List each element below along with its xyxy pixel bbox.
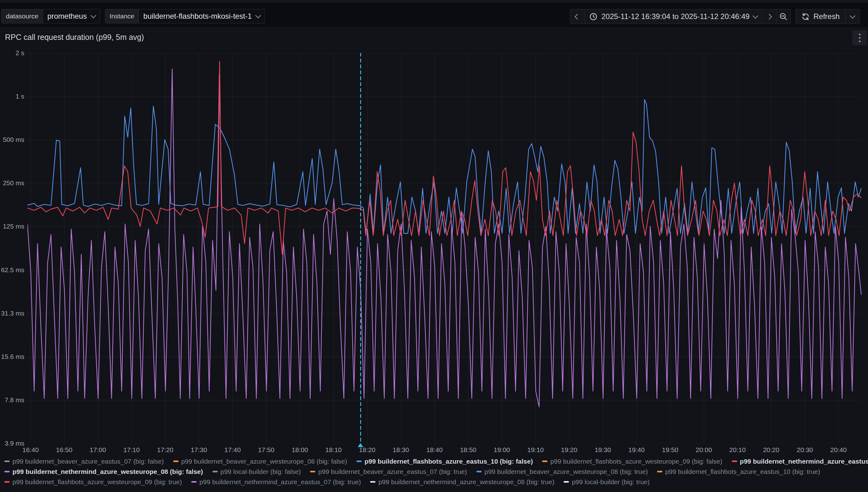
variable-pickers: datasource prometheus Instance builderne… xyxy=(1,9,265,23)
grafana-dashboard: datasource prometheus Instance builderne… xyxy=(0,0,868,492)
chevron-down-icon xyxy=(753,13,758,18)
panel-title: RPC call request duration (p99, 5m avg) xyxy=(5,33,144,42)
x-tick-label: 19:50 xyxy=(656,446,684,454)
kebab-dot xyxy=(859,34,861,35)
legend-item[interactable]: p99 buildernet_flashbots_azure_westeurop… xyxy=(4,478,182,486)
legend-item[interactable]: p99 buildernet_beaver_azure_eastus_07 (b… xyxy=(4,458,164,465)
clock-icon xyxy=(589,13,598,21)
legend-swatch xyxy=(370,481,375,483)
legend-label: p99 buildernet_nethermind_azure_westeuro… xyxy=(378,478,554,486)
chevron-right-icon xyxy=(766,14,772,19)
panel-menu-button[interactable] xyxy=(852,30,867,45)
legend-label: p99 buildernet_beaver_azure_eastus_07 (b… xyxy=(318,468,467,475)
x-tick-label: 18:10 xyxy=(320,446,348,454)
refresh-button[interactable]: Refresh xyxy=(796,9,845,24)
legend-item[interactable]: p99 buildernet_nethermind_azure_westeuro… xyxy=(4,468,203,475)
x-tick-label: 18:40 xyxy=(421,446,449,454)
x-tick-label: 17:30 xyxy=(185,446,213,454)
legend-label: p99 buildernet_flashbots_azure_eastus_10… xyxy=(665,468,820,475)
legend-label: p99 buildernet_flashbots_azure_westeurop… xyxy=(12,478,182,486)
legend-swatch xyxy=(4,481,10,483)
x-tick-label: 18:00 xyxy=(286,446,314,454)
x-tick-label: 17:50 xyxy=(252,446,280,454)
timeseries-plot[interactable] xyxy=(27,53,862,443)
time-range-text: 2025-11-12 16:39:04 to 2025-11-12 20:46:… xyxy=(601,12,749,21)
y-tick-label: 62.5 ms xyxy=(0,266,24,274)
time-range-button[interactable]: 2025-11-12 16:39:04 to 2025-11-12 20:46:… xyxy=(584,9,762,24)
legend-item[interactable]: p99 buildernet_nethermind_azure_westeuro… xyxy=(370,478,554,486)
x-tick-label: 19:40 xyxy=(623,446,651,454)
x-tick-label: 17:20 xyxy=(151,446,179,454)
legend-label: p99 local-builder (big: true) xyxy=(572,478,650,486)
legend-item[interactable]: p99 buildernet_flashbots_azure_westeurop… xyxy=(542,458,722,465)
x-tick-label: 20:30 xyxy=(791,446,819,454)
x-tick-label: 18:30 xyxy=(387,446,415,454)
time-shift-back-button[interactable] xyxy=(570,9,584,24)
x-tick-label: 19:00 xyxy=(488,446,516,454)
instance-label: Instance xyxy=(105,9,139,23)
instance-picker[interactable]: Instance buildernet-flashbots-mkosi-test… xyxy=(105,9,265,23)
refresh-label: Refresh xyxy=(814,12,840,21)
legend-item[interactable]: p99 buildernet_nethermind_azure_eastus_0… xyxy=(732,458,868,465)
datasource-picker[interactable]: datasource prometheus xyxy=(1,9,100,23)
y-tick-label: 125 ms xyxy=(0,223,24,230)
refresh-interval-dropdown[interactable] xyxy=(845,9,860,24)
legend-swatch xyxy=(310,471,315,472)
chevron-left-icon xyxy=(575,14,580,19)
x-tick-label: 16:40 xyxy=(17,446,45,454)
window-top-strip xyxy=(0,0,868,3)
chevron-down-icon xyxy=(90,13,96,18)
refresh-icon xyxy=(801,13,810,21)
legend-label: p99 buildernet_nethermind_azure_eastus_0… xyxy=(740,458,868,465)
y-tick-label: 500 ms xyxy=(0,136,24,143)
legend-label: p99 local-builder (big: false) xyxy=(220,468,301,475)
kebab-dot xyxy=(859,41,861,42)
datasource-value[interactable]: prometheus xyxy=(43,9,100,23)
zoom-out-icon xyxy=(779,12,788,21)
timeseries-panel: RPC call request duration (p99, 5m avg) … xyxy=(0,27,868,492)
legend-swatch xyxy=(4,471,10,472)
legend-swatch xyxy=(563,481,569,483)
legend-swatch xyxy=(476,471,482,472)
y-tick-label: 7.8 ms xyxy=(0,396,24,404)
chevron-down-icon xyxy=(850,13,855,18)
x-tick-label: 20:40 xyxy=(824,446,852,454)
instance-value[interactable]: buildernet-flashbots-mkosi-test-1 xyxy=(139,9,264,23)
legend-swatch xyxy=(4,461,10,462)
legend-item[interactable]: p99 buildernet_flashbots_azure_eastus_10… xyxy=(357,458,533,465)
y-tick-label: 250 ms xyxy=(0,179,24,187)
datasource-value-text: prometheus xyxy=(47,12,87,21)
legend-swatch xyxy=(191,481,196,483)
legend-swatch xyxy=(732,461,737,462)
x-tick-label: 18:50 xyxy=(454,446,482,454)
legend-label: p99 buildernet_beaver_azure_eastus_07 (b… xyxy=(12,458,164,465)
x-tick-label: 19:10 xyxy=(522,446,550,454)
kebab-dot xyxy=(859,37,861,39)
datasource-label: datasource xyxy=(2,9,43,23)
legend-swatch xyxy=(357,461,362,462)
time-controls: 2025-11-12 16:39:04 to 2025-11-12 20:46:… xyxy=(570,9,860,24)
legend-item[interactable]: p99 buildernet_beaver_azure_eastus_07 (b… xyxy=(310,468,467,475)
legend-label: p99 buildernet_nethermind_azure_eastus_0… xyxy=(200,478,361,486)
legend-swatch xyxy=(173,461,179,462)
x-tick-label: 17:10 xyxy=(117,446,146,454)
chevron-down-icon xyxy=(255,13,261,18)
legend-item[interactable]: p99 local-builder (big: false) xyxy=(212,468,301,475)
x-tick-label: 16:50 xyxy=(50,446,78,454)
x-tick-label: 17:00 xyxy=(84,446,112,454)
legend: p99 buildernet_beaver_azure_eastus_07 (b… xyxy=(4,456,867,487)
legend-item[interactable]: p99 buildernet_flashbots_azure_eastus_10… xyxy=(657,468,820,475)
time-shift-forward-button[interactable] xyxy=(762,9,776,24)
annotation-marker[interactable] xyxy=(358,443,363,447)
legend-item[interactable]: p99 local-builder (big: true) xyxy=(563,478,650,486)
legend-item[interactable]: p99 buildernet_beaver_azure_westeurope_0… xyxy=(173,458,347,465)
x-tick-label: 18:20 xyxy=(353,446,382,454)
zoom-out-button[interactable] xyxy=(776,9,790,24)
legend-label: p99 buildernet_beaver_azure_westeurope_0… xyxy=(484,468,648,475)
refresh-picker-group: Refresh xyxy=(795,9,860,24)
legend-item[interactable]: p99 buildernet_beaver_azure_westeurope_0… xyxy=(476,468,648,475)
y-tick-label: 2 s xyxy=(0,49,24,57)
legend-item[interactable]: p99 buildernet_nethermind_azure_eastus_0… xyxy=(191,478,361,486)
dashboard-toolbar: datasource prometheus Instance builderne… xyxy=(0,3,868,27)
x-tick-label: 19:20 xyxy=(555,446,583,454)
